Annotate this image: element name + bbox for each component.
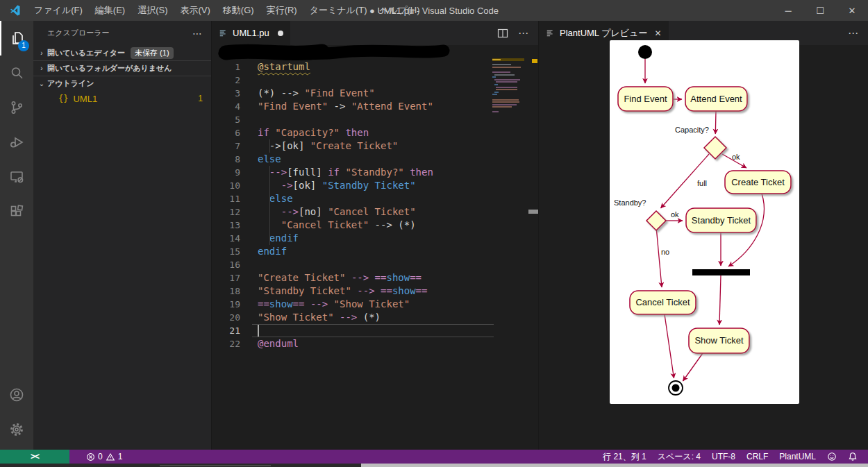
minimap-code-bar	[496, 89, 517, 90]
line-number: 16	[212, 258, 240, 271]
minimap-code-bar	[492, 59, 501, 60]
code-token: "Capacity?"	[275, 127, 340, 138]
code-line-4[interactable]: 4"Find Event" -> "Attend Event"	[212, 100, 538, 113]
more-actions-icon[interactable]: ⋯	[192, 28, 203, 39]
menu-item[interactable]: 選択(S)	[131, 0, 174, 21]
menu-item[interactable]: ファイル(F)	[28, 0, 89, 21]
menu-item[interactable]: 移動(G)	[217, 0, 260, 21]
node-label-find-event: Find Event	[624, 94, 667, 104]
modified-dot-icon[interactable]	[278, 31, 283, 36]
taskbar-smudge	[160, 465, 271, 466]
activity-settings[interactable]	[0, 412, 33, 447]
code-token	[369, 272, 374, 283]
close-button[interactable]: ✕	[836, 0, 868, 21]
code-token: -->	[357, 285, 374, 296]
code-token	[334, 312, 340, 323]
activity-explorer[interactable]: 1	[0, 21, 33, 56]
code-editor[interactable]: 1@startuml23(*) --> "Find Event"4"Find E…	[212, 60, 538, 450]
code-token	[258, 206, 281, 217]
minimap-line	[492, 92, 524, 93]
tab-uml1[interactable]: UML1.pu	[212, 21, 290, 45]
section-outline[interactable]: ⌄ アウトライン	[33, 76, 211, 91]
code-token: "Standby Ticket"	[258, 285, 351, 296]
feedback-icon[interactable]	[824, 450, 840, 464]
code-line-2[interactable]: 2	[212, 74, 538, 87]
code-line-11[interactable]: 11 else	[212, 192, 538, 205]
code-line-19[interactable]: 19==show== --> "Show Ticket"	[212, 298, 538, 311]
code-line-8[interactable]: 8else	[212, 153, 538, 166]
code-token: (*)	[357, 312, 381, 323]
code-line-10[interactable]: 10 ->[ok] "Standby Ticket"	[212, 179, 538, 192]
remote-indicator[interactable]: ><	[0, 450, 69, 464]
more-actions-icon[interactable]: ⋯	[518, 27, 528, 40]
minimize-button[interactable]: ─	[772, 0, 804, 21]
code-token: -->	[269, 167, 287, 178]
account-icon	[8, 387, 25, 403]
activity-run-debug[interactable]	[0, 125, 33, 160]
code-line-12[interactable]: 12 -->[no] "Cancel Ticket"	[212, 205, 538, 219]
minimap-code-bar	[492, 104, 517, 105]
language-mode[interactable]: PlantUML	[776, 450, 819, 464]
menu-item[interactable]: ヘルプ(H)	[374, 0, 426, 21]
menu-item[interactable]: ターミナル(T)	[303, 0, 374, 21]
code-token	[375, 285, 381, 296]
sidebar-explorer: エクスプローラー ⋯ › 開いているエディター 未保存 (1) › 開いているフ…	[33, 21, 212, 450]
line-text: if "Capacity?" then	[240, 126, 369, 139]
code-token	[328, 298, 333, 309]
section-no-folder[interactable]: › 開いているフォルダーがありません	[33, 60, 211, 76]
problems-indicator[interactable]: 0 1	[82, 450, 126, 464]
minimap[interactable]	[492, 59, 524, 142]
line-text: -->[full] if "Standby?" then	[240, 166, 433, 179]
bell-icon[interactable]	[844, 450, 861, 464]
editor-actions: ⋯	[497, 21, 538, 45]
activity-extensions[interactable]	[0, 194, 33, 229]
activity-source-control[interactable]	[0, 90, 33, 125]
title-bar: ファイル(F)編集(E)選択(S)表示(V)移動(G)実行(R)ターミナル(T)…	[0, 0, 868, 21]
more-actions-icon[interactable]: ⋯	[848, 27, 858, 40]
code-line-7[interactable]: 7 ->[ok] "Create Ticket"	[212, 139, 538, 153]
code-token: @enduml	[258, 338, 299, 349]
encoding-setting[interactable]: UTF-8	[708, 450, 739, 464]
minimap-code-bar	[492, 71, 510, 73]
menu-item[interactable]: 編集(E)	[89, 0, 131, 21]
indent-setting[interactable]: スペース: 4	[654, 450, 704, 464]
code-line-20[interactable]: 20"Show Ticket" --> (*)	[212, 311, 538, 324]
code-line-6[interactable]: 6if "Capacity?" then	[212, 126, 538, 139]
code-line-22[interactable]: 22@enduml	[212, 337, 538, 350]
code-line-17[interactable]: 17"Create Ticket" --> ==show==	[212, 271, 538, 285]
code-line-13[interactable]: 13 "Cancel Ticket" --> (*)	[212, 219, 538, 232]
minimap-line	[492, 59, 524, 60]
activity-accounts[interactable]	[0, 377, 33, 412]
line-text: ==show== --> "Show Ticket"	[240, 298, 410, 311]
activity-remote-explorer[interactable]	[0, 160, 33, 194]
line-text: endif	[240, 232, 299, 245]
section-open-editors[interactable]: › 開いているエディター 未保存 (1)	[33, 45, 211, 60]
activity-bar-bottom	[0, 377, 33, 447]
maximize-button[interactable]: ☐	[804, 0, 836, 21]
code-line-21[interactable]: 21	[212, 324, 538, 337]
cursor-position[interactable]: 行 21、列 1	[599, 450, 650, 464]
code-line-15[interactable]: 15endif	[212, 245, 538, 258]
split-editor-icon[interactable]	[497, 28, 508, 39]
vscode-window: ファイル(F)編集(E)選択(S)表示(V)移動(G)実行(R)ターミナル(T)…	[0, 0, 868, 467]
code-line-9[interactable]: 9 -->[full] if "Standby?" then	[212, 166, 538, 179]
code-line-14[interactable]: 14 endif	[212, 232, 538, 245]
code-line-5[interactable]: 5	[212, 113, 538, 126]
code-line-18[interactable]: 18"Standby Ticket" --> ==show==	[212, 285, 538, 298]
symbol-namespace-icon: {}	[58, 94, 68, 103]
text-cursor	[258, 325, 259, 337]
code-line-3[interactable]: 3(*) --> "Find Event"	[212, 87, 538, 100]
status-bar: >< 0 1 行 21、列 1 スペース: 4 UTF-8 CRLF Plant…	[0, 450, 868, 464]
eol-setting[interactable]: CRLF	[743, 450, 771, 464]
node-label-standby-ticket: Standby Ticket	[692, 215, 751, 226]
menu-item[interactable]: 実行(R)	[260, 0, 303, 21]
code-line-16[interactable]: 16	[212, 258, 538, 271]
close-icon[interactable]: ✕	[654, 28, 661, 38]
line-number: 6	[212, 126, 240, 139]
menu-item[interactable]: 表示(V)	[174, 0, 217, 21]
line-number: 20	[212, 311, 240, 324]
activity-search[interactable]	[0, 56, 33, 90]
outline-item-uml1[interactable]: {} UML1 1	[33, 91, 211, 106]
code-token: ==	[293, 298, 305, 309]
edge-label-ok2: ok	[671, 210, 679, 219]
